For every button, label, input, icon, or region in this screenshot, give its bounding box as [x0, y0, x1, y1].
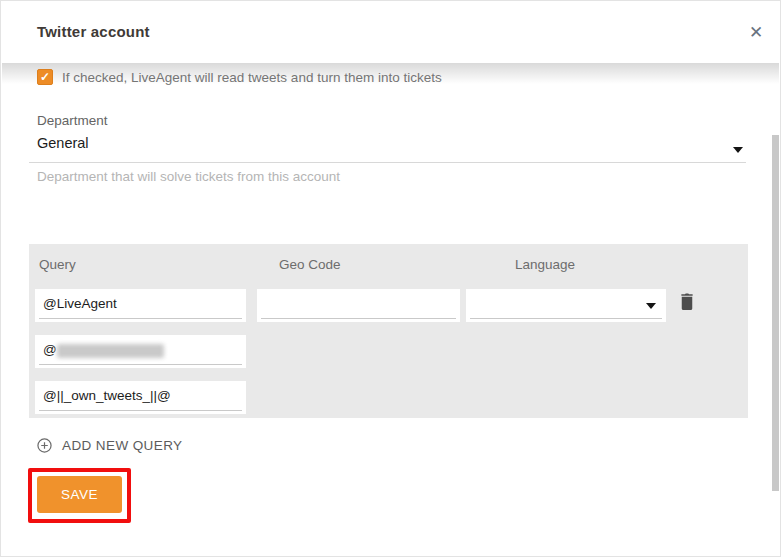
query-input-cell — [35, 335, 246, 368]
circle-plus-icon — [37, 438, 52, 453]
input-underline — [39, 364, 242, 365]
department-helper-text: Department that will solve tickets from … — [37, 169, 340, 184]
redacted-text-blur — [57, 344, 164, 358]
input-underline — [39, 410, 242, 411]
check-icon: ✓ — [40, 70, 50, 84]
geo-code-input-1[interactable] — [257, 289, 460, 318]
input-underline — [470, 318, 662, 319]
column-header-language: Language — [515, 257, 575, 272]
query-input-1[interactable] — [35, 289, 246, 318]
trash-icon[interactable] — [678, 290, 696, 311]
language-select-cell — [466, 289, 666, 322]
column-header-geo-code: Geo Code — [279, 257, 341, 272]
checkbox-label: If checked, LiveAgent will read tweets a… — [62, 70, 442, 85]
add-new-query-button[interactable]: ADD NEW QUERY — [37, 438, 182, 453]
read-tweets-checkbox[interactable]: ✓ — [37, 69, 53, 85]
twitter-account-dialog: Twitter account ✕ ✓ If checked, LiveAgen… — [0, 0, 781, 557]
vertical-scrollbar-thumb[interactable] — [772, 135, 779, 491]
language-select-1[interactable] — [466, 289, 666, 318]
query-input-3[interactable] — [35, 381, 246, 410]
save-button[interactable]: SAVE — [37, 476, 122, 513]
input-underline — [39, 318, 242, 319]
department-select-value[interactable]: General — [37, 135, 89, 151]
dialog-title: Twitter account — [37, 23, 150, 40]
geo-code-input-cell — [257, 289, 460, 322]
query-input-cell — [35, 289, 246, 322]
add-new-query-label: ADD NEW QUERY — [62, 438, 182, 453]
department-label: Department — [37, 113, 108, 128]
caret-down-icon[interactable] — [646, 303, 656, 309]
close-icon[interactable]: ✕ — [745, 22, 767, 44]
input-underline — [261, 318, 456, 319]
column-header-query: Query — [39, 257, 76, 272]
query-input-cell — [35, 381, 246, 414]
read-tweets-checkbox-row: ✓ If checked, LiveAgent will read tweets… — [37, 69, 442, 85]
department-select-underline — [29, 162, 746, 163]
caret-down-icon[interactable] — [733, 147, 743, 153]
query-table-panel: Query Geo Code Language — [29, 244, 748, 418]
